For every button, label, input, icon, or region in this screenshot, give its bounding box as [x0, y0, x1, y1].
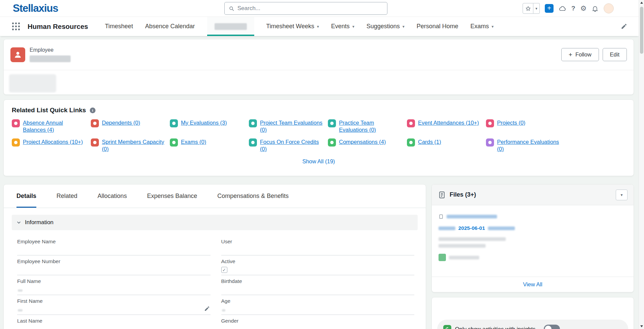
tab-absence-calendar[interactable]: Absence Calendar: [145, 17, 195, 36]
files-menu-caret-icon[interactable]: ▾: [616, 190, 628, 200]
insights-refresh-icon: [443, 325, 451, 329]
activities-card: Only show activities with insights: [431, 297, 634, 329]
quick-link-projects[interactable]: Projects (0): [486, 119, 565, 133]
exams-icon: [170, 138, 178, 147]
field-gender: Gender: [221, 315, 415, 329]
field-full-name: Full Name: [17, 275, 211, 295]
tab-expenses-balance[interactable]: Expenses Balance: [147, 184, 197, 208]
quick-link-focus-on-force-credits[interactable]: Focus On Force Credits (0): [249, 138, 328, 153]
global-actions-plus-icon[interactable]: +: [545, 4, 554, 13]
image-thumbnail-icon: [439, 254, 446, 261]
files-list: 2025-06-01: [432, 205, 634, 261]
info-icon[interactable]: i: [90, 108, 96, 113]
insights-toggle[interactable]: [544, 325, 560, 329]
project-allocations-icon: [12, 138, 20, 147]
file-list-item[interactable]: [439, 214, 627, 219]
quick-link-exams[interactable]: Exams (0): [170, 138, 249, 153]
quick-link-cards[interactable]: Cards (1): [407, 138, 486, 153]
files-title: Files (3+): [450, 191, 476, 198]
view-all-link[interactable]: View All: [523, 281, 542, 288]
follow-button[interactable]: + Follow: [561, 48, 599, 61]
chevron-down-icon: [16, 220, 21, 225]
dependents-icon: [91, 119, 99, 127]
quick-link-project-allocations[interactable]: Project Allocations (10+): [12, 138, 91, 153]
redacted-value: [18, 309, 23, 312]
quick-link-compensations[interactable]: Compensations (4): [328, 138, 407, 153]
tab-events[interactable]: Events ▾: [331, 17, 354, 36]
information-section-header[interactable]: Information: [12, 215, 418, 230]
quick-link-my-evaluations[interactable]: My Evaluations (3): [170, 119, 249, 133]
chevron-down-icon: ▾: [352, 24, 354, 29]
file-date-fragment: 2025-06-01: [458, 225, 485, 231]
information-fields: Employee Name Employee Number Full Name …: [4, 230, 426, 329]
file-list-item[interactable]: [439, 254, 627, 261]
tab-timesheet[interactable]: Timesheet: [105, 17, 133, 36]
tab-exams[interactable]: Exams ▾: [470, 17, 494, 36]
file-doc-small-icon: [439, 214, 444, 219]
redacted-file-name: [447, 215, 497, 218]
app-name: Human Resources: [28, 23, 88, 31]
edit-field-pencil-icon[interactable]: [204, 306, 210, 312]
event-attendances-icon: [407, 119, 415, 127]
file-list-item[interactable]: [439, 237, 627, 248]
quick-links-title: Related List Quick Links: [12, 107, 86, 114]
tab-active-redacted[interactable]: [207, 17, 254, 36]
entity-label: Employee: [30, 47, 71, 53]
edit-button[interactable]: Edit: [603, 48, 627, 61]
redacted-file-meta: [439, 244, 486, 248]
redacted-file-name: [439, 227, 455, 230]
chevron-down-icon: ▾: [317, 24, 319, 29]
projects-icon: [486, 119, 494, 127]
focus-on-force-credits-icon: [249, 138, 257, 147]
scroll-down-arrow-icon[interactable]: [639, 324, 644, 329]
files-card: Files (3+) ▾ 2025-06-01 View All: [431, 184, 634, 292]
search-input[interactable]: [237, 5, 383, 12]
page-scrollbar[interactable]: [639, 0, 644, 329]
record-header-card: Employee + Follow Edit: [3, 39, 634, 95]
quick-link-sprint-members-capacity[interactable]: Sprint Members Capacity (0): [91, 138, 170, 153]
field-active: Active: [221, 255, 415, 275]
sprint-members-capacity-icon: [91, 138, 99, 147]
show-all-link[interactable]: Show All (19): [302, 158, 335, 164]
user-avatar[interactable]: [604, 3, 614, 13]
quick-link-performance-evaluations[interactable]: Performance Evaluations (0): [486, 138, 565, 153]
app-launcher-icon[interactable]: [12, 23, 20, 31]
tab-compensations-benefits[interactable]: Compensations & Benefits: [217, 184, 289, 208]
quick-link-dependents[interactable]: Dependents (0): [91, 119, 170, 133]
edit-navigation-pencil-icon[interactable]: [621, 23, 627, 30]
notifications-bell-icon[interactable]: [592, 5, 599, 12]
favorites-caret-icon[interactable]: ▾: [533, 3, 540, 14]
field-last-name: Last Name: [17, 315, 211, 329]
tab-personal-home[interactable]: Personal Home: [417, 17, 458, 36]
nav-tabs: Timesheet Absence Calendar Timesheet Wee…: [105, 17, 494, 36]
tab-suggestions[interactable]: Suggestions ▾: [367, 17, 405, 36]
redacted-value: [18, 289, 23, 292]
details-tabset: Details Related Allocations Expenses Bal…: [4, 184, 426, 208]
help-icon[interactable]: ?: [571, 5, 575, 12]
quick-link-practice-team-evaluations[interactable]: Practice Team Evaluations (0): [328, 119, 407, 133]
performance-evaluations-icon: [486, 138, 494, 147]
tab-details[interactable]: Details: [16, 184, 36, 208]
guidance-cloud-icon[interactable]: [559, 5, 566, 12]
practice-team-evaluations-icon: [328, 119, 336, 127]
quick-link-event-attendances[interactable]: Event Attendances (10+): [407, 119, 486, 133]
tab-allocations[interactable]: Allocations: [98, 184, 127, 208]
plus-icon: +: [569, 51, 572, 58]
employee-record-icon: [10, 47, 25, 62]
tab-timesheet-weeks[interactable]: Timesheet Weeks ▾: [266, 17, 319, 36]
quick-link-absence-annual-balances[interactable]: Absence Annual Balances (4): [12, 119, 91, 133]
active-checkbox[interactable]: [221, 267, 227, 273]
favorites-star-icon[interactable]: [523, 3, 533, 14]
file-list-item[interactable]: 2025-06-01: [439, 225, 627, 231]
quick-link-project-team-evaluations[interactable]: Project Team Evaluations (0): [249, 119, 328, 133]
chevron-down-icon: ▾: [403, 24, 405, 29]
tab-related[interactable]: Related: [56, 184, 77, 208]
scrollbar-thumb[interactable]: [640, 7, 643, 54]
scroll-up-arrow-icon[interactable]: [639, 0, 644, 5]
chevron-down-icon: ▾: [492, 24, 494, 29]
field-employee-number: Employee Number: [17, 255, 211, 275]
compensations-icon: [328, 138, 336, 147]
setup-gear-icon[interactable]: ⚙: [580, 4, 587, 12]
global-search[interactable]: [224, 2, 387, 15]
related-list-quick-links-card: Related List Quick Links i Absence Annua…: [3, 99, 634, 176]
